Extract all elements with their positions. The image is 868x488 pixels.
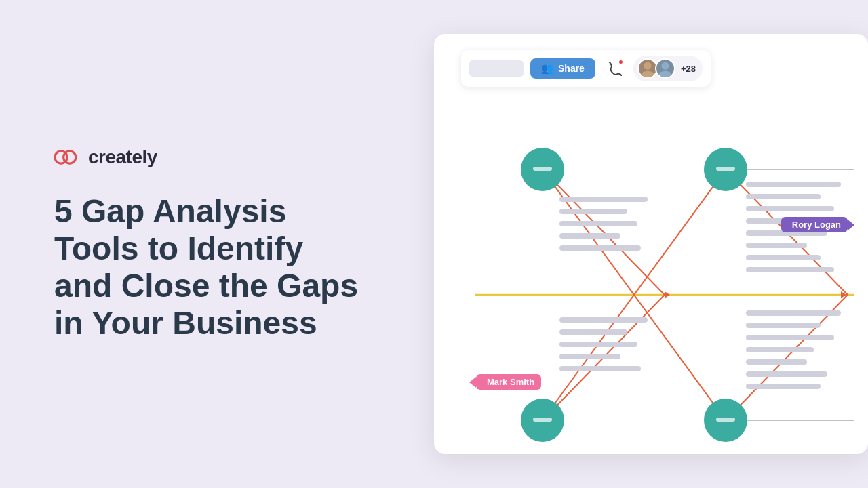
svg-rect-18: [559, 245, 641, 251]
svg-rect-37: [746, 371, 827, 377]
avatar-count: +28: [681, 64, 696, 74]
svg-rect-38: [746, 384, 821, 389]
svg-rect-28: [559, 329, 627, 335]
toolbar: 👥 Share +28: [461, 50, 711, 87]
logo: creately: [54, 146, 380, 168]
svg-rect-32: [746, 310, 841, 316]
svg-rect-15: [559, 209, 627, 214]
phone-active-dot: [618, 59, 624, 65]
svg-point-3: [642, 71, 654, 78]
logo-text: creately: [88, 146, 157, 168]
share-button[interactable]: 👥 Share: [530, 58, 595, 79]
svg-rect-31: [559, 366, 641, 371]
svg-rect-34: [746, 335, 834, 340]
creately-logo-icon: [54, 149, 81, 165]
svg-rect-25: [746, 255, 821, 260]
svg-point-2: [644, 62, 651, 70]
headline-text: 5 Gap Analysis Tools to Identify and Clo…: [54, 192, 380, 342]
right-panel: 👥 Share +28: [420, 0, 868, 488]
phone-icon-wrap: [602, 56, 627, 81]
rory-logan-label: Rory Logan: [781, 217, 848, 232]
share-label: Share: [558, 63, 585, 74]
svg-rect-24: [746, 243, 807, 248]
svg-rect-17: [559, 233, 620, 239]
svg-rect-20: [746, 194, 821, 199]
svg-point-5: [659, 71, 672, 78]
svg-point-4: [661, 62, 669, 70]
svg-rect-16: [559, 221, 637, 226]
diagram-card: 👥 Share +28: [434, 34, 868, 454]
avatar-2: [655, 58, 675, 79]
diagram-svg: [434, 34, 868, 454]
people-icon: 👥: [541, 62, 554, 75]
avatars-group: +28: [633, 56, 703, 81]
svg-rect-14: [559, 197, 648, 202]
svg-rect-19: [746, 182, 841, 187]
svg-rect-30: [559, 354, 620, 359]
svg-rect-27: [559, 317, 648, 323]
mark-smith-label: Mark Smith: [476, 374, 541, 390]
svg-rect-36: [746, 359, 807, 365]
svg-rect-21: [746, 206, 834, 211]
svg-rect-46: [716, 418, 735, 422]
toolbar-rect: [469, 60, 524, 77]
svg-marker-12: [665, 291, 670, 298]
svg-rect-35: [746, 347, 814, 352]
svg-rect-33: [746, 323, 821, 328]
svg-rect-29: [559, 342, 637, 347]
svg-rect-44: [533, 418, 552, 422]
left-panel: creately 5 Gap Analysis Tools to Identif…: [0, 106, 420, 383]
svg-point-1: [64, 151, 76, 163]
svg-rect-26: [746, 267, 834, 272]
svg-rect-42: [716, 167, 735, 171]
svg-rect-40: [533, 167, 552, 171]
